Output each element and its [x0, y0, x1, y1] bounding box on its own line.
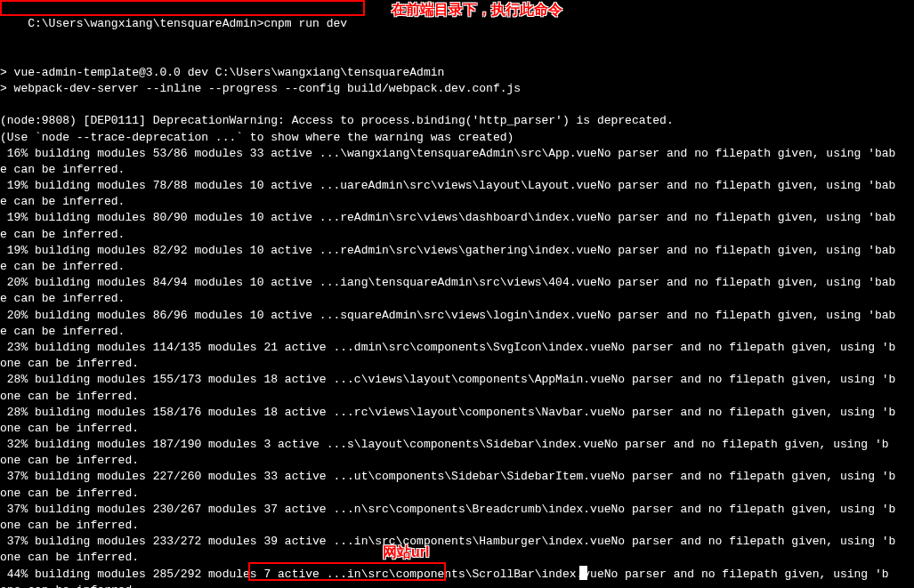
build-line: 37% building modules 230/267 modules 37 … [0, 502, 914, 518]
command-text: cnpm run dev [263, 17, 347, 30]
output-line: > vue-admin-template@3.0.0 dev C:\Users\… [0, 65, 914, 81]
build-line: e can be inferred. [0, 291, 914, 307]
build-line: 28% building modules 155/173 modules 18 … [0, 372, 914, 388]
terminal-cursor [579, 566, 587, 580]
build-line: e can be inferred. [0, 259, 914, 275]
dep-hint: (Use `node --trace-deprecation ...` to s… [0, 130, 914, 146]
build-line: e can be inferred. [0, 162, 914, 178]
build-line: 16% building modules 53/86 modules 33 ac… [0, 146, 914, 162]
command-highlight-box [0, 0, 365, 16]
build-line: 28% building modules 158/176 modules 18 … [0, 405, 914, 421]
build-line: 37% building modules 233/272 modules 39 … [0, 534, 914, 550]
url-highlight-box [248, 562, 446, 581]
build-line: one can be inferred. [0, 421, 914, 437]
build-line: 20% building modules 86/96 modules 10 ac… [0, 308, 914, 324]
build-line: one can be inferred. [0, 550, 914, 566]
build-line: one can be inferred. [0, 453, 914, 469]
build-line: one can be inferred. [0, 356, 914, 372]
output-line: > webpack-dev-server --inline --progress… [0, 81, 914, 97]
top-annotation: 在前端目录下，执行此命令 [392, 0, 562, 20]
build-line: one can be inferred. [0, 486, 914, 502]
build-line: e can be inferred. [0, 194, 914, 210]
build-line: 19% building modules 78/88 modules 10 ac… [0, 178, 914, 194]
terminal-window[interactable]: 在前端目录下，执行此命令 C:\Users\wangxiang\tensquar… [0, 0, 914, 588]
build-line: 19% building modules 82/92 modules 10 ac… [0, 243, 914, 259]
prompt-path: C:\Users\wangxiang\tensquareAdmin> [28, 17, 263, 30]
build-line: 19% building modules 80/90 modules 10 ac… [0, 210, 914, 226]
dep-warning: (node:9808) [DEP0111] DeprecationWarning… [0, 113, 914, 129]
blank-line [0, 49, 914, 65]
build-line: 32% building modules 187/190 modules 3 a… [0, 437, 914, 453]
build-line: 37% building modules 227/260 modules 33 … [0, 469, 914, 485]
bottom-annotation: 网站url [383, 543, 429, 562]
build-line: 23% building modules 114/135 modules 21 … [0, 340, 914, 356]
build-line: e can be inferred. [0, 227, 914, 243]
build-line: one can be inferred. [0, 518, 914, 534]
build-line: one can be inferred. [0, 389, 914, 405]
blank-line [0, 97, 914, 113]
build-line: one can be inferred. [0, 583, 914, 588]
build-line: 20% building modules 84/94 modules 10 ac… [0, 275, 914, 291]
build-line: e can be inferred. [0, 324, 914, 340]
build-line: 44% building modules 285/292 modules 7 a… [0, 567, 914, 583]
